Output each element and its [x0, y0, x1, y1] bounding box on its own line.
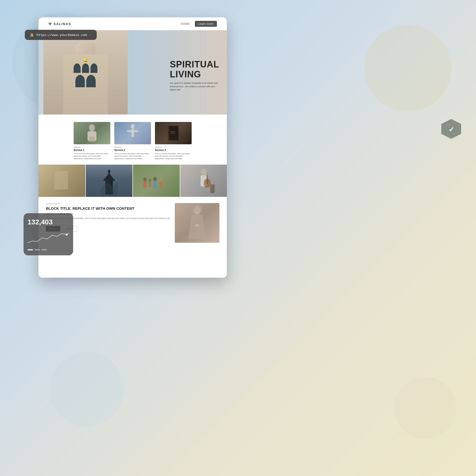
shield-badge: ✓ [441, 119, 461, 139]
lock-icon: 🔒 [30, 33, 34, 37]
service-card-3: Category Service 3 This is a service des… [155, 122, 192, 160]
bg-blob-3 [50, 352, 124, 426]
block-title: BLOCK TITLE. REPLACE IT WITH OWN CONTENT [46, 206, 170, 211]
service-title-3: Service 3 [155, 149, 192, 151]
arch [90, 63, 97, 73]
svg-rect-9 [170, 131, 175, 132]
svg-point-4 [131, 124, 135, 128]
svg-rect-19 [143, 181, 147, 188]
service-image-3 [155, 122, 192, 144]
svg-rect-3 [89, 137, 95, 142]
svg-point-24 [159, 178, 163, 181]
svg-rect-23 [153, 181, 157, 188]
learn-more-button[interactable]: Learn more [195, 21, 217, 27]
svg-rect-29 [207, 175, 208, 184]
church-image: ✝ 🔔 [43, 30, 128, 115]
arch-large [86, 75, 96, 87]
hero-subtitle: Our goal is to awaken humanity to its in… [170, 82, 219, 92]
svg-point-20 [149, 179, 151, 182]
hero-title: SPIRITUAL LIVING [170, 60, 219, 79]
stats-dot [28, 249, 33, 250]
svg-point-32 [192, 205, 203, 214]
svg-rect-12 [53, 171, 55, 189]
svg-rect-8 [168, 126, 169, 140]
photo-grid [38, 165, 227, 197]
service-image-1 [74, 122, 110, 144]
photo-guitar [180, 165, 227, 197]
service-desc-2: This is a service description. Add more … [114, 152, 151, 160]
stats-dot [34, 249, 40, 250]
stats-dots [28, 249, 69, 250]
bg-blob-4 [394, 377, 456, 439]
arch-large [75, 75, 85, 87]
svg-rect-16 [108, 171, 111, 172]
church-arches-bottom [75, 75, 96, 87]
cross-logo-icon: ✛ [48, 22, 52, 26]
arch [82, 63, 89, 73]
stats-dot [41, 249, 47, 250]
photo-church-dark [86, 165, 133, 197]
services-grid: Category Service 1 This is a service des… [46, 122, 219, 160]
stats-chart [28, 229, 69, 245]
service-card-1: Category Service 1 This is a service des… [74, 122, 110, 160]
shield-check-icon: ✓ [448, 125, 454, 134]
hero-text-block: SPIRITUAL LIVING Our goal is to awaken h… [170, 60, 219, 92]
site-logo: ✛ SALINAS [48, 22, 71, 26]
service-title-2: Service 2 [114, 149, 151, 151]
url-bar: 🔒 https://www.yourdomain.com [25, 30, 97, 40]
service-card-2: Category Service 2 This is a service des… [114, 122, 151, 160]
service-desc-3: This is a service description. Add more … [155, 152, 192, 160]
nav-home-link[interactable]: HOME [181, 22, 190, 25]
svg-rect-21 [149, 182, 151, 187]
svg-point-26 [201, 169, 207, 175]
photo-family [133, 165, 180, 197]
stats-widget: 132,403 [24, 213, 73, 255]
hero-section: ✝ 🔔 [38, 30, 227, 115]
svg-rect-5 [131, 128, 134, 137]
church-tower-illustration: ✝ 🔔 [43, 30, 128, 115]
bg-blob-2 [364, 25, 451, 112]
svg-point-0 [66, 234, 68, 236]
url-text: https://www.yourdomain.com [36, 33, 87, 37]
service-category-1: Category [74, 146, 110, 148]
service-category-3: Category [155, 146, 192, 148]
statue-image [175, 203, 219, 243]
svg-point-33 [195, 224, 199, 227]
svg-rect-11 [54, 171, 68, 189]
svg-point-22 [153, 177, 157, 181]
svg-rect-25 [159, 181, 163, 188]
svg-point-18 [143, 178, 147, 181]
arch [74, 63, 81, 73]
svg-point-1 [89, 124, 95, 131]
church-body: 🔔 [63, 54, 108, 115]
logo-text: SALINAS [54, 22, 71, 26]
church-dome [76, 41, 95, 54]
superscript-label: SUPERSCRIPT [46, 203, 170, 205]
services-section: Category Service 1 This is a service des… [38, 115, 227, 165]
svg-rect-30 [210, 184, 215, 193]
church-bell-icon: 🔔 [83, 57, 88, 62]
service-image-2 [114, 122, 151, 144]
bottom-right [175, 203, 219, 243]
nav-right: HOME Learn more [181, 21, 217, 27]
svg-rect-6 [127, 130, 138, 132]
stats-number: 132,403 [28, 218, 69, 226]
service-title-1: Service 1 [74, 149, 110, 151]
svg-rect-15 [108, 170, 110, 175]
church-arches-top [74, 63, 97, 73]
photo-bible [38, 165, 85, 197]
site-navigation: ✛ SALINAS HOME Learn more [38, 17, 227, 30]
service-category-2: Category [114, 146, 151, 148]
svg-rect-10 [170, 133, 175, 133]
service-desc-1: This is a service description. Add more … [74, 152, 110, 160]
